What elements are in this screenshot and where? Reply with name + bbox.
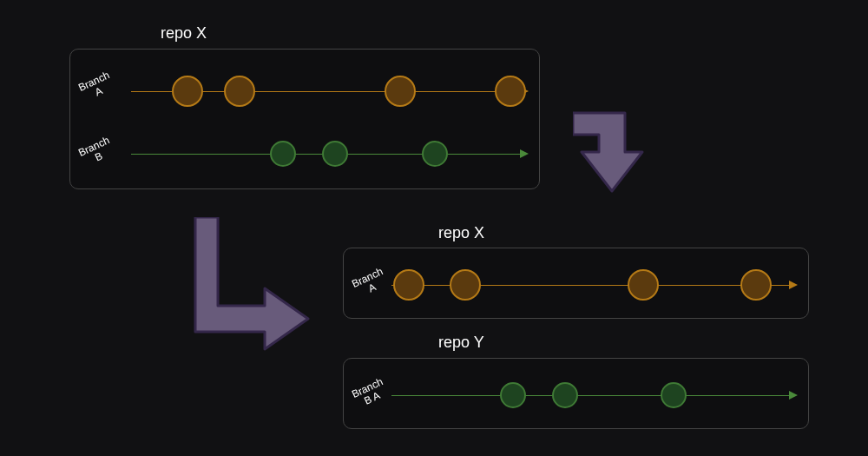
elbow-arrow-left	[187, 217, 317, 360]
commit-orange	[628, 269, 659, 301]
commit-orange	[393, 269, 424, 301]
repo-title-midx: repo X	[438, 224, 484, 242]
commit-green	[422, 141, 448, 167]
commit-green	[661, 382, 687, 408]
branch-ba-axis-midy	[391, 395, 791, 396]
commit-orange	[224, 76, 255, 107]
branch-ba-arrowhead-midy	[789, 391, 798, 400]
branch-a-label-top: BranchA	[75, 69, 119, 104]
elbow-arrow-right	[573, 104, 677, 212]
commit-green	[322, 141, 348, 167]
commit-orange	[172, 76, 203, 107]
commit-green	[500, 382, 526, 408]
repo-box-midy: BranchB A	[343, 358, 809, 429]
repo-title-top: repo X	[161, 24, 207, 43]
repo-box-midx: BranchA	[343, 248, 809, 319]
commit-orange	[740, 269, 772, 301]
branch-b-arrowhead-top	[520, 149, 529, 158]
commit-green	[552, 382, 578, 408]
commit-green	[270, 141, 296, 167]
repo-box-top: BranchA BranchB	[69, 49, 540, 189]
branch-a-label-midx: BranchA	[348, 265, 392, 301]
commit-orange	[495, 76, 526, 107]
repo-title-midy: repo Y	[438, 334, 484, 352]
branch-a-arrowhead-midx	[789, 281, 798, 289]
branch-b-label-top: BranchB	[75, 134, 119, 169]
commit-orange	[385, 76, 416, 107]
commit-orange	[450, 269, 481, 301]
branch-ba-label-midy: BranchB A	[348, 375, 392, 411]
